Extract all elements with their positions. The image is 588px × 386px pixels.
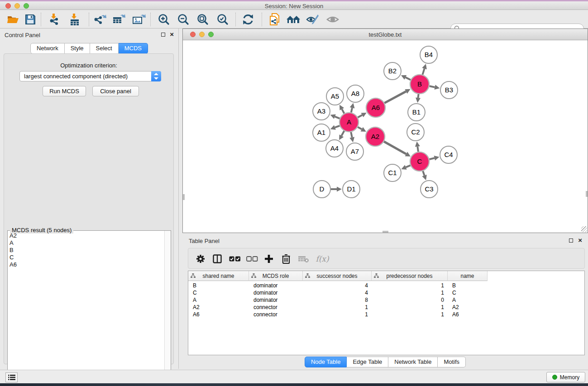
edge-A-A1[interactable] (335, 126, 339, 128)
zoom-out-icon[interactable] (176, 12, 191, 27)
edge-B-B4[interactable] (422, 69, 424, 75)
table-cell[interactable]: 4 (303, 289, 372, 296)
resize-grip-icon[interactable] (581, 226, 587, 232)
table-cell[interactable]: A (448, 296, 488, 304)
delete-table-icon[interactable] (296, 252, 310, 266)
create-column-icon[interactable] (262, 252, 276, 266)
criterion-dropdown[interactable]: largest connected component (directed) (19, 71, 161, 81)
export-image-icon[interactable] (131, 12, 147, 27)
horizontal-scroll-nub[interactable] (382, 231, 388, 233)
tab-mcds[interactable]: MCDS (119, 43, 148, 54)
edge-A-A7[interactable] (351, 132, 352, 138)
delete-column-icon[interactable] (280, 252, 292, 266)
table-cell[interactable]: A2 (448, 304, 488, 311)
edge-C-C2[interactable] (417, 147, 418, 152)
table-settings-icon[interactable] (194, 252, 207, 266)
mcds-result-item[interactable]: C (8, 254, 164, 261)
table-cell[interactable]: 4 (303, 282, 372, 289)
tab-style[interactable]: Style (65, 43, 90, 54)
column-header-shared-name[interactable]: shared name (188, 271, 249, 281)
table-cell[interactable]: 1 (372, 304, 448, 311)
table-cell[interactable]: 0 (372, 296, 448, 304)
float-panel-icon[interactable] (161, 33, 165, 37)
edge-C-C3[interactable] (423, 171, 424, 176)
edge-B-B2[interactable] (406, 77, 411, 80)
table-cell[interactable]: 1 (303, 304, 372, 311)
edge-A-A8[interactable] (351, 108, 352, 112)
edge-C-C1[interactable] (406, 165, 411, 167)
table-row[interactable]: Adominator80A (188, 296, 488, 304)
table-cell[interactable]: 1 (303, 311, 372, 318)
edge-C-C4[interactable] (429, 158, 434, 159)
edge-A-A3[interactable] (335, 117, 340, 119)
table-cell[interactable]: connector (249, 304, 303, 311)
tab-select[interactable]: Select (90, 43, 119, 54)
table-cell[interactable]: 1 (372, 282, 448, 289)
zoom-selected-icon[interactable] (215, 12, 230, 27)
column-header-successor-nodes[interactable]: successor nodes (303, 271, 372, 281)
close-panel-icon[interactable]: × (170, 30, 174, 38)
home-view-icon[interactable] (286, 12, 301, 27)
node-table[interactable]: shared nameMCDS rolesuccessor nodesprede… (188, 271, 585, 355)
tab-network-table[interactable]: Network Table (388, 357, 438, 367)
table-cell[interactable]: C (188, 289, 249, 296)
column-header-MCDS-role[interactable]: MCDS role (249, 271, 303, 281)
import-table-icon[interactable] (67, 12, 82, 27)
edge-A-A4[interactable] (341, 131, 344, 136)
table-cell[interactable]: A6 (448, 311, 488, 318)
edge-A-A2[interactable] (358, 127, 362, 129)
function-builder-icon[interactable]: f(x) (314, 252, 330, 266)
toggle-graphics-details-icon[interactable] (305, 12, 320, 27)
table-cell[interactable]: B (448, 282, 488, 289)
table-cell[interactable]: A6 (188, 311, 249, 318)
network-canvas[interactable]: B4B2BB3A8A5A6A3B1AA1C2A2A4A7C4CC1C3DD1 (183, 40, 588, 233)
table-close-panel-icon[interactable]: × (578, 236, 582, 244)
table-cell[interactable]: B (188, 282, 249, 289)
copy-network-icon[interactable] (267, 12, 282, 27)
table-cell[interactable]: A (188, 296, 249, 304)
mcds-list-scrollbar[interactable] (164, 231, 171, 384)
table-cell[interactable]: 8 (303, 296, 372, 304)
table-row[interactable]: A2connector11A2 (188, 304, 488, 311)
table-cell[interactable]: A2 (188, 304, 249, 311)
export-network-icon[interactable] (92, 12, 107, 27)
column-header-name[interactable]: name (448, 271, 488, 281)
open-session-icon[interactable] (5, 12, 21, 27)
edge-A-A5[interactable] (342, 109, 344, 114)
table-row[interactable]: A6connector11A6 (188, 311, 488, 318)
network-window-titlebar[interactable]: testGlobe.txt (183, 29, 588, 40)
network-graph[interactable]: B4B2BB3A8A5A6A3B1AA1C2A2A4A7C4CC1C3DD1 (183, 40, 588, 233)
save-session-icon[interactable] (23, 12, 38, 27)
table-cell[interactable]: C (448, 289, 488, 296)
tab-edge-table[interactable]: Edge Table (347, 357, 388, 367)
table-float-panel-icon[interactable] (569, 238, 573, 243)
memory-button[interactable]: Memory (546, 372, 585, 382)
mcds-result-item[interactable]: A (8, 239, 164, 247)
edge-A2-C[interactable] (384, 142, 406, 154)
export-table-icon[interactable] (111, 12, 126, 27)
edge-A6-B[interactable] (384, 91, 406, 103)
column-header-predecessor-nodes[interactable]: predecessor nodes (372, 271, 448, 281)
import-network-icon[interactable] (47, 12, 62, 27)
table-cell[interactable]: dominator (249, 289, 303, 296)
table-cell[interactable]: dominator (249, 282, 303, 289)
close-panel-button[interactable]: Close panel (92, 86, 139, 96)
mcds-result-list[interactable]: A2ABCA6 (8, 232, 164, 384)
zoom-fit-icon[interactable] (195, 12, 210, 27)
mcds-result-item[interactable]: A2 (8, 232, 164, 239)
table-cell[interactable]: dominator (249, 296, 303, 304)
mcds-result-item[interactable]: B (8, 247, 164, 254)
select-all-icon[interactable] (228, 252, 242, 266)
mcds-result-item[interactable]: A6 (8, 261, 164, 268)
vertical-scroll-nub-right[interactable] (586, 191, 588, 197)
zoom-in-icon[interactable] (156, 12, 172, 27)
edge-B-B1[interactable] (418, 94, 419, 98)
tab-network[interactable]: Network (30, 43, 65, 54)
table-cell[interactable]: 1 (372, 289, 448, 296)
edge-A-A6[interactable] (358, 115, 362, 117)
table-row[interactable]: Cdominator41C (188, 289, 488, 296)
refresh-view-icon[interactable] (240, 12, 256, 27)
table-cell[interactable]: 1 (372, 311, 448, 318)
tab-motifs[interactable]: Motifs (438, 357, 466, 367)
toggle-column-pane-icon[interactable] (211, 252, 224, 266)
